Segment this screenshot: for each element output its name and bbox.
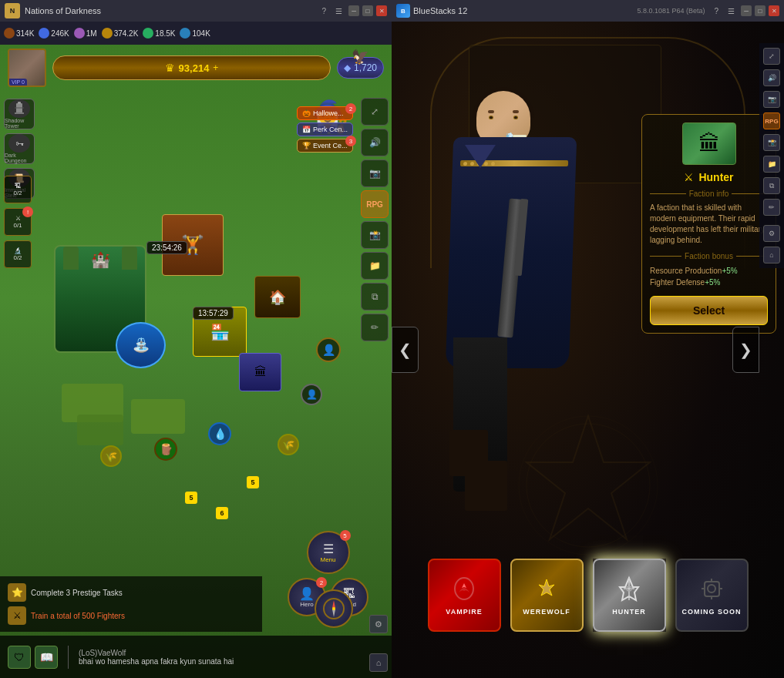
panel-faction-name: Hunter — [698, 171, 733, 183]
vampire-label: VAMPIRE — [446, 608, 482, 616]
shield-quick-btn[interactable]: 🛡 — [8, 646, 31, 669]
tool-pencil[interactable]: ✏ — [361, 314, 389, 341]
nav-left-arrow[interactable]: ❮ — [392, 327, 419, 373]
resource-shield[interactable]: 104K — [180, 28, 210, 39]
resource-speed[interactable]: 18.5K — [143, 28, 175, 39]
faction-werewolf-badge[interactable]: WEREWOLF — [510, 559, 584, 632]
werewolf-label: WEREWOLF — [523, 608, 570, 616]
bonus-val1: +5% — [722, 267, 737, 275]
bs-tool-layers[interactable]: ⧉ — [763, 177, 780, 194]
compass-btn[interactable] — [315, 589, 353, 628]
left-panel: N Nations of Darkness ? ☰ ─ □ ✕ 314K 246… — [0, 0, 392, 678]
resource-wood[interactable]: 314K — [4, 28, 34, 39]
bs-tool-fullscreen[interactable]: ⤢ — [763, 48, 780, 65]
tool-folder[interactable]: 📁 — [361, 252, 389, 280]
left-close-btn[interactable]: ✕ — [376, 5, 387, 16]
svg-rect-1 — [15, 112, 24, 114]
bs-tool-camera[interactable]: 📸 — [763, 134, 780, 151]
bs-tool-volume[interactable]: 🔊 — [763, 69, 780, 86]
slot1-icon: 🏗 — [15, 183, 21, 190]
char-collar — [465, 145, 496, 168]
tool-camera2[interactable]: 📸 — [361, 221, 389, 249]
right-restore-btn[interactable]: □ — [755, 5, 765, 16]
game-view-left[interactable]: VIP 0 ♛ 93,214 + ◆ 1,720 Shadow Tower 🗝 — [0, 45, 392, 678]
gold-bar[interactable]: ♛ 93,214 + — [52, 55, 331, 80]
hero-label: Hero — [300, 601, 313, 608]
select-button[interactable]: Select — [650, 296, 768, 325]
game-settings-btn[interactable]: ⚙ — [369, 615, 388, 633]
resource-iron[interactable]: 374.2K — [102, 28, 139, 39]
home-btn-left[interactable]: ⌂ — [369, 653, 388, 672]
fountain-area[interactable]: ⛲ — [116, 322, 166, 368]
task-item-2[interactable]: ⚔ Train a total of 500 Fighters — [8, 604, 254, 627]
bs-tool-screenshot[interactable]: 📷 — [763, 91, 780, 108]
bs-tool-pencil[interactable]: ✏ — [763, 199, 780, 216]
tool-sound[interactable]: 🔊 — [361, 129, 389, 156]
perk-center-event[interactable]: 📅 Perk Cen... — [297, 123, 353, 136]
building-dark-dungeon[interactable]: 🗝 Dark Dungeon — [4, 133, 35, 164]
dark-dungeon-label: Dark Dungeon — [5, 153, 34, 163]
left-min-btn[interactable]: ─ — [348, 5, 359, 16]
left-restore-btn[interactable]: □ — [362, 5, 373, 16]
tool-rpg[interactable]: RPG — [361, 190, 389, 218]
right-min-btn[interactable]: ─ — [741, 5, 752, 16]
queue-slot-1[interactable]: 🏗 0/2 — [4, 176, 32, 203]
chat-bar: 🛡 📖 (LoS)VaeWolf bhai wo hamesha apna fa… — [0, 636, 392, 678]
bs-tool-folder[interactable]: 📁 — [763, 156, 780, 173]
slot2-icon: ⚔ — [15, 215, 21, 222]
info-panel: 🏛 ⚔ Hunter Faction info A faction that i… — [641, 114, 776, 334]
panel-building-thumb: 🏛 — [682, 123, 736, 165]
resource-gems[interactable]: 1M — [74, 28, 97, 39]
bird-decoration: 🦅 — [352, 49, 368, 65]
shield-icon-res — [180, 28, 190, 39]
faction-bonus-text: Resource Production+5% Fighter Defense+5… — [650, 265, 768, 288]
right-close-btn[interactable]: ✕ — [769, 5, 779, 16]
right-win-controls: ? ☰ ─ □ ✕ — [711, 5, 779, 16]
char-body: 💨 — [403, 45, 627, 599]
bonus-line1: Resource Production — [650, 267, 722, 275]
char-eyebrow-l — [488, 110, 494, 113]
bs-home-btn[interactable]: ⌂ — [763, 247, 780, 263]
gold-plus-icon[interactable]: + — [213, 62, 218, 73]
tool-expand[interactable]: ⤢ — [361, 98, 389, 126]
chat-quick-btns: 🛡 📖 — [8, 646, 58, 669]
building-shadow-tower[interactable]: Shadow Tower — [4, 99, 35, 129]
right-app-version: 5.8.0.1081 P64 (Beta) — [637, 7, 705, 15]
book-quick-btn[interactable]: 📖 — [35, 646, 58, 669]
right-help-btn[interactable]: ? — [711, 7, 722, 15]
game-view-right[interactable]: 💨 — [392, 22, 784, 678]
faction-soon-badge[interactable]: Coming soon — [675, 559, 749, 632]
timer-1: 23:54:26 — [146, 241, 187, 254]
queue-slot-2[interactable]: ⚔ 0/1 ! — [4, 208, 32, 236]
panel-faction-icon: ⚔ — [684, 171, 694, 183]
timer-2: 13:57:29 — [193, 307, 234, 320]
resource-node-water: 💧 — [208, 422, 231, 445]
event-ce-btn[interactable]: 🏆 Event Ce... 3 — [297, 139, 353, 153]
resource-food[interactable]: 246K — [39, 28, 69, 39]
right-menu-btn[interactable]: ☰ — [725, 7, 738, 15]
tool-screenshot[interactable]: 📷 — [361, 159, 389, 187]
faction-hunter-badge[interactable]: HUNTER — [593, 559, 666, 632]
halloween-event[interactable]: 🎃 Hallowe... 2 — [297, 106, 353, 120]
bonus-line2: Fighter Defense — [650, 278, 705, 287]
bs-settings-btn[interactable]: ⚙ — [763, 225, 780, 242]
trophy-icon: 🏆 — [302, 142, 311, 149]
player-avatar[interactable]: VIP 0 — [8, 49, 46, 87]
bs-tool-rpg[interactable]: RPG — [763, 112, 780, 129]
tool-layers[interactable]: ⧉ — [361, 283, 389, 310]
resources-bar: 314K 246K 1M 374.2K 18.5K 104K — [0, 22, 392, 45]
faction-info-text: A faction that is skilled with modern eq… — [650, 203, 768, 246]
left-settings-icon[interactable]: ☰ — [332, 7, 345, 15]
queue-slot-3[interactable]: 🔬 0/2 — [4, 240, 32, 268]
small-building-2[interactable]: 🏛 — [239, 353, 281, 391]
soon-label: Coming soon — [681, 608, 741, 616]
task-item-1[interactable]: ⭐ Complete 3 Prestige Tasks — [8, 581, 254, 604]
nav-right-arrow[interactable]: ❯ — [732, 327, 759, 373]
building-level-badge-2: 6 — [216, 507, 228, 519]
left-help-btn[interactable]: ? — [318, 7, 329, 15]
faction-vampire-badge[interactable]: VAMPIRE — [428, 559, 501, 632]
left-win-controls: ? ☰ ─ □ ✕ — [318, 5, 387, 16]
soon-badge-inner: Coming soon — [675, 559, 749, 632]
small-building-1[interactable]: 🏠 — [254, 276, 301, 318]
menu-main-btn[interactable]: ☰ Menu 5 — [307, 531, 350, 574]
